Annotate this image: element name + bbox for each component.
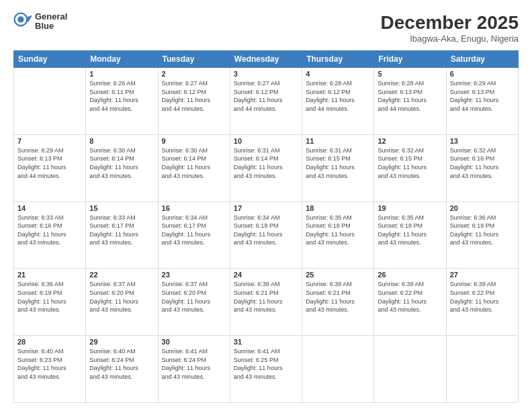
day-number: 28: [17, 338, 82, 346]
col-sunday: Sunday: [14, 51, 86, 68]
calendar-cell: 26Sunrise: 6:39 AM Sunset: 6:22 PM Dayli…: [374, 269, 446, 336]
day-number: 9: [162, 137, 226, 145]
logo-line1: General: [35, 12, 67, 21]
calendar-week-5: 28Sunrise: 6:40 AM Sunset: 6:23 PM Dayli…: [14, 336, 519, 403]
calendar-cell: 17Sunrise: 6:34 AM Sunset: 6:18 PM Dayli…: [230, 201, 302, 269]
header-row: Sunday Monday Tuesday Wednesday Thursday…: [14, 51, 519, 68]
day-info: Sunrise: 6:35 AM Sunset: 6:18 PM Dayligh…: [306, 214, 370, 247]
day-info: Sunrise: 6:39 AM Sunset: 6:22 PM Dayligh…: [378, 280, 442, 314]
day-number: 13: [450, 137, 515, 145]
day-info: Sunrise: 6:36 AM Sunset: 6:19 PM Dayligh…: [450, 214, 515, 247]
day-info: Sunrise: 6:30 AM Sunset: 6:14 PM Dayligh…: [162, 146, 226, 180]
calendar-cell: 19Sunrise: 6:35 AM Sunset: 6:18 PM Dayli…: [374, 201, 446, 269]
day-number: 24: [234, 271, 298, 279]
day-info: Sunrise: 6:27 AM Sunset: 6:12 PM Dayligh…: [162, 79, 226, 113]
calendar-cell: 18Sunrise: 6:35 AM Sunset: 6:18 PM Dayli…: [302, 201, 374, 269]
svg-point-1: [17, 17, 24, 23]
day-info: Sunrise: 6:33 AM Sunset: 6:16 PM Dayligh…: [17, 214, 82, 247]
day-info: Sunrise: 6:34 AM Sunset: 6:17 PM Dayligh…: [162, 214, 226, 247]
calendar-cell: 7Sunrise: 6:29 AM Sunset: 6:13 PM Daylig…: [14, 134, 86, 201]
day-info: Sunrise: 6:34 AM Sunset: 6:18 PM Dayligh…: [234, 214, 298, 247]
logo-line2: Blue: [35, 21, 67, 31]
day-number: 26: [378, 271, 442, 279]
day-info: Sunrise: 6:41 AM Sunset: 6:24 PM Dayligh…: [162, 347, 226, 381]
day-number: 31: [234, 338, 298, 346]
calendar-cell: 2Sunrise: 6:27 AM Sunset: 6:12 PM Daylig…: [158, 68, 230, 135]
calendar-week-4: 21Sunrise: 6:36 AM Sunset: 6:19 PM Dayli…: [14, 269, 519, 336]
day-number: 18: [306, 204, 370, 212]
day-info: Sunrise: 6:26 AM Sunset: 6:11 PM Dayligh…: [89, 79, 154, 113]
calendar-cell: 3Sunrise: 6:27 AM Sunset: 6:12 PM Daylig…: [230, 68, 302, 135]
calendar-cell: 9Sunrise: 6:30 AM Sunset: 6:14 PM Daylig…: [158, 134, 230, 201]
calendar-cell: 14Sunrise: 6:33 AM Sunset: 6:16 PM Dayli…: [14, 201, 86, 269]
day-info: Sunrise: 6:32 AM Sunset: 6:16 PM Dayligh…: [450, 146, 515, 180]
calendar-page: General Blue December 2025 Ibagwa-Aka, E…: [0, 0, 532, 411]
calendar-cell: 25Sunrise: 6:38 AM Sunset: 6:21 PM Dayli…: [302, 269, 374, 336]
calendar-cell: 27Sunrise: 6:39 AM Sunset: 6:22 PM Dayli…: [446, 269, 518, 336]
day-number: 1: [89, 70, 154, 78]
col-tuesday: Tuesday: [158, 51, 230, 68]
calendar-table: Sunday Monday Tuesday Wednesday Thursday…: [13, 50, 519, 403]
day-number: 25: [306, 271, 370, 279]
calendar-cell: 6Sunrise: 6:29 AM Sunset: 6:13 PM Daylig…: [446, 68, 518, 135]
day-number: 8: [89, 137, 154, 145]
day-number: 21: [17, 271, 82, 279]
calendar-cell: 28Sunrise: 6:40 AM Sunset: 6:23 PM Dayli…: [14, 336, 86, 403]
calendar-cell: 8Sunrise: 6:30 AM Sunset: 6:14 PM Daylig…: [86, 134, 158, 201]
calendar-week-2: 7Sunrise: 6:29 AM Sunset: 6:13 PM Daylig…: [14, 134, 519, 201]
day-info: Sunrise: 6:41 AM Sunset: 6:25 PM Dayligh…: [234, 347, 298, 381]
header: General Blue December 2025 Ibagwa-Aka, E…: [13, 12, 519, 44]
day-info: Sunrise: 6:40 AM Sunset: 6:24 PM Dayligh…: [89, 347, 154, 381]
calendar-cell: 22Sunrise: 6:37 AM Sunset: 6:20 PM Dayli…: [86, 269, 158, 336]
day-info: Sunrise: 6:28 AM Sunset: 6:12 PM Dayligh…: [306, 79, 370, 113]
day-number: 16: [162, 204, 226, 212]
logo-icon: [13, 12, 32, 31]
day-info: Sunrise: 6:37 AM Sunset: 6:20 PM Dayligh…: [89, 280, 154, 314]
col-thursday: Thursday: [302, 51, 374, 68]
day-info: Sunrise: 6:40 AM Sunset: 6:23 PM Dayligh…: [17, 347, 82, 381]
calendar-week-3: 14Sunrise: 6:33 AM Sunset: 6:16 PM Dayli…: [14, 201, 519, 269]
day-info: Sunrise: 6:36 AM Sunset: 6:19 PM Dayligh…: [17, 280, 82, 314]
day-info: Sunrise: 6:33 AM Sunset: 6:17 PM Dayligh…: [89, 214, 154, 247]
day-info: Sunrise: 6:29 AM Sunset: 6:13 PM Dayligh…: [450, 79, 515, 113]
calendar-cell: [14, 68, 86, 135]
calendar-cell: [302, 336, 374, 403]
day-number: 27: [450, 271, 515, 279]
calendar-cell: 24Sunrise: 6:38 AM Sunset: 6:21 PM Dayli…: [230, 269, 302, 336]
day-number: 19: [378, 204, 442, 212]
calendar-cell: 23Sunrise: 6:37 AM Sunset: 6:20 PM Dayli…: [158, 269, 230, 336]
day-number: 6: [450, 70, 515, 78]
day-info: Sunrise: 6:28 AM Sunset: 6:13 PM Dayligh…: [378, 79, 442, 113]
day-number: 2: [162, 70, 226, 78]
calendar-cell: 20Sunrise: 6:36 AM Sunset: 6:19 PM Dayli…: [446, 201, 518, 269]
calendar-cell: [446, 336, 518, 403]
day-info: Sunrise: 6:32 AM Sunset: 6:15 PM Dayligh…: [378, 146, 442, 180]
calendar-cell: 5Sunrise: 6:28 AM Sunset: 6:13 PM Daylig…: [374, 68, 446, 135]
calendar-cell: [374, 336, 446, 403]
calendar-cell: 13Sunrise: 6:32 AM Sunset: 6:16 PM Dayli…: [446, 134, 518, 201]
calendar-cell: 29Sunrise: 6:40 AM Sunset: 6:24 PM Dayli…: [86, 336, 158, 403]
day-info: Sunrise: 6:31 AM Sunset: 6:15 PM Dayligh…: [306, 146, 370, 180]
calendar-cell: 12Sunrise: 6:32 AM Sunset: 6:15 PM Dayli…: [374, 134, 446, 201]
calendar-cell: 1Sunrise: 6:26 AM Sunset: 6:11 PM Daylig…: [86, 68, 158, 135]
day-number: 10: [234, 137, 298, 145]
day-info: Sunrise: 6:30 AM Sunset: 6:14 PM Dayligh…: [89, 146, 154, 180]
day-number: 20: [450, 204, 515, 212]
calendar-cell: 11Sunrise: 6:31 AM Sunset: 6:15 PM Dayli…: [302, 134, 374, 201]
day-info: Sunrise: 6:35 AM Sunset: 6:18 PM Dayligh…: [378, 214, 442, 247]
day-number: 5: [378, 70, 442, 78]
day-number: 4: [306, 70, 370, 78]
col-friday: Friday: [374, 51, 446, 68]
calendar-week-1: 1Sunrise: 6:26 AM Sunset: 6:11 PM Daylig…: [14, 68, 519, 135]
day-info: Sunrise: 6:38 AM Sunset: 6:21 PM Dayligh…: [234, 280, 298, 314]
month-title: December 2025: [381, 12, 519, 34]
location: Ibagwa-Aka, Enugu, Nigeria: [381, 34, 519, 44]
col-saturday: Saturday: [446, 51, 518, 68]
day-number: 7: [17, 137, 82, 145]
day-number: 11: [306, 137, 370, 145]
logo-text: General Blue: [35, 12, 67, 32]
day-info: Sunrise: 6:29 AM Sunset: 6:13 PM Dayligh…: [17, 146, 82, 180]
calendar-cell: 10Sunrise: 6:31 AM Sunset: 6:14 PM Dayli…: [230, 134, 302, 201]
day-number: 30: [162, 338, 226, 346]
day-number: 15: [89, 204, 154, 212]
